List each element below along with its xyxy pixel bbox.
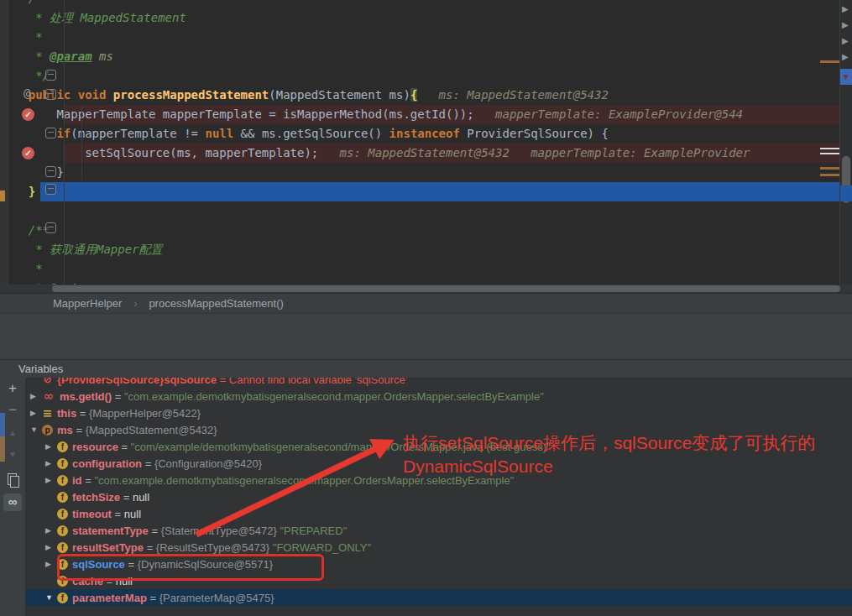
expand-arrow-icon[interactable]: ▶ — [45, 526, 57, 535]
breadcrumb-item[interactable]: processMappedStatement() — [149, 297, 283, 310]
variable-row-parameterMap[interactable]: ▼fparameterMap = {ParameterMap@5475} — [25, 589, 852, 606]
stripe-mark — [820, 174, 839, 176]
stripe-mark — [820, 148, 839, 149]
duplicate-watch-button[interactable] — [0, 470, 25, 488]
code-line[interactable]: /** — [0, 221, 852, 240]
variable-name: parameterMap — [72, 592, 147, 604]
fold-marker-icon[interactable] — [45, 89, 56, 100]
variable-value: {MappedStatement@5432} — [86, 424, 217, 436]
code-line[interactable]: } — [0, 182, 852, 201]
code-line[interactable]: /** — [0, 0, 852, 8]
copy-icon — [10, 476, 19, 488]
variable-name: id — [72, 474, 82, 487]
field-icon: f — [57, 475, 68, 486]
variables-tree[interactable]: ⊘{ProviderSqlSource}sqlSource = Cannot f… — [25, 378, 852, 616]
stripe-mark — [820, 153, 839, 154]
stripe-arrow-icon[interactable]: ▶ — [842, 35, 852, 47]
code-line[interactable]: } — [0, 163, 852, 182]
code-lines: /** * 处理 MappedStatement * * @param ms *… — [0, 0, 852, 293]
variable-name: ms — [57, 424, 73, 436]
equals-sign: = — [149, 525, 161, 537]
variable-name: statementType — [72, 525, 149, 537]
variable-row-ms-getid[interactable]: ▶∞ms.getId() = "com.example.demotkmybati… — [25, 388, 852, 405]
code-text: ProviderSqlSource) { — [460, 127, 609, 140]
field-icon: f — [57, 593, 68, 603]
code-line[interactable]: public void processMappedStatement(Mappe… — [0, 86, 852, 105]
equals-sign: = — [217, 378, 229, 386]
variable-value: null — [124, 508, 141, 520]
fold-marker-icon[interactable] — [45, 166, 56, 177]
expand-arrow-icon[interactable]: ▶ — [45, 543, 57, 551]
breakpoint-icon[interactable]: ✓ — [22, 108, 34, 121]
code-line[interactable]: */ — [0, 66, 852, 86]
ide-window: /** * 处理 MappedStatement * * @param ms *… — [0, 0, 852, 616]
code-line[interactable]: * @param ms — [0, 47, 852, 66]
code-editor[interactable]: /** * 处理 MappedStatement * * @param ms *… — [0, 0, 852, 293]
variable-row-fetchSize[interactable]: ffetchSize = null — [25, 488, 852, 505]
variable-name: configuration — [72, 457, 142, 470]
code-line[interactable]: * 获取通用Mapper配置 — [0, 240, 852, 259]
field-icon: f — [57, 525, 68, 536]
indent-guide — [81, 107, 82, 180]
equals-sign: = — [142, 457, 154, 470]
variable-value: {Configuration@5420} — [154, 457, 262, 470]
code-line[interactable]: if(mapperTemplate != null && ms.getSqlSo… — [0, 124, 852, 144]
variable-row-timeout[interactable]: ftimeout = null — [25, 505, 852, 522]
variable-value: Cannot find local variable 'sqlSource' — [229, 378, 407, 386]
annotation-text-line1: 执行setSqlSource操作后，sqlSource变成了可执行的 — [403, 431, 815, 455]
code-text: (mapperTemplate != — [71, 127, 205, 140]
horizontal-scrollbar-thumb[interactable] — [52, 285, 840, 292]
variables-toolbar: + − ▲ ▼ ∞ — [0, 378, 26, 616]
expand-arrow-icon[interactable]: ▶ — [30, 392, 42, 400]
code-text: public void — [0, 88, 113, 102]
field-icon: f — [57, 542, 68, 553]
code-text: null — [205, 127, 233, 140]
code-text: setSqlSource(ms, mapperTemplate); — [0, 146, 318, 159]
variable-row-watch-error[interactable]: ⊘{ProviderSqlSource}sqlSource = Cannot f… — [25, 378, 852, 388]
variable-row-statementType[interactable]: ▶fstatementType = {StatementType@5472} "… — [25, 522, 852, 539]
equals-sign: = — [112, 390, 124, 403]
variable-value: "PREPARED" — [280, 525, 347, 537]
code-text: @param — [50, 50, 92, 63]
toolwindow-accent-tan — [0, 436, 5, 462]
expand-arrow-icon[interactable]: ▶ — [45, 476, 57, 484]
code-line[interactable]: * — [0, 259, 852, 279]
breadcrumb-item[interactable]: MapperHelper — [53, 297, 122, 310]
equals-sign: = — [144, 541, 156, 554]
code-line[interactable] — [0, 201, 852, 221]
variable-row-this[interactable]: ▶≡this = {MapperHelper@5422} — [25, 405, 852, 421]
expand-arrow-icon[interactable]: ▼ — [45, 593, 57, 602]
debugger-gap-band — [0, 313, 852, 360]
stripe-down-arrow-icon[interactable]: ▼ — [840, 69, 852, 85]
expand-arrow-icon[interactable]: ▶ — [45, 459, 57, 467]
fold-marker-icon[interactable] — [45, 70, 56, 81]
code-line[interactable]: setSqlSource(ms, mapperTemplate); ms: Ma… — [0, 144, 852, 163]
variable-name: fetchSize — [72, 491, 120, 504]
expand-arrow-icon[interactable]: ▶ — [30, 409, 42, 417]
fold-marker-icon[interactable] — [45, 184, 56, 195]
stripe-arrow-icon[interactable]: ▶ — [842, 19, 852, 31]
code-line[interactable]: MapperTemplate mapperTemplate = isMapper… — [0, 105, 852, 124]
show-watches-button[interactable]: ∞ — [3, 493, 22, 511]
code-line[interactable]: * — [0, 28, 852, 47]
variable-name: ms.getId() — [60, 390, 112, 403]
this-icon: ≡ — [42, 408, 53, 419]
stripe-arrow-icon[interactable]: ▶ — [842, 3, 852, 15]
stripe-arrow-icon[interactable]: ▶ — [842, 51, 852, 63]
expand-arrow-icon[interactable]: ▼ — [30, 425, 42, 434]
fold-marker-icon[interactable] — [45, 128, 56, 138]
field-icon: f — [57, 492, 68, 503]
inline-debug-hint: ms: MappedStatement@5432 mapperTemplate:… — [318, 146, 750, 159]
add-watch-button[interactable]: + — [0, 379, 25, 398]
expand-arrow-icon[interactable]: ▶ — [45, 560, 57, 568]
variable-row-resultSetType[interactable]: ▶fresultSetType = {ResultSetType@5473} "… — [25, 539, 852, 556]
expand-arrow-icon[interactable]: ▶ — [45, 442, 57, 451]
code-line[interactable]: * 处理 MappedStatement — [0, 8, 852, 28]
breadcrumb: MapperHelper›processMappedStatement() — [0, 293, 852, 313]
variables-panel: Variables + − ▲ ▼ ∞ ⊘{ProviderSqlSource}… — [0, 359, 852, 616]
breakpoint-icon[interactable]: ✓ — [22, 147, 34, 159]
equals-sign: = — [118, 441, 131, 453]
code-text: instanceof — [389, 127, 460, 140]
variable-value: {MapperHelper@5422} — [89, 407, 201, 420]
fold-marker-icon[interactable] — [45, 222, 56, 233]
